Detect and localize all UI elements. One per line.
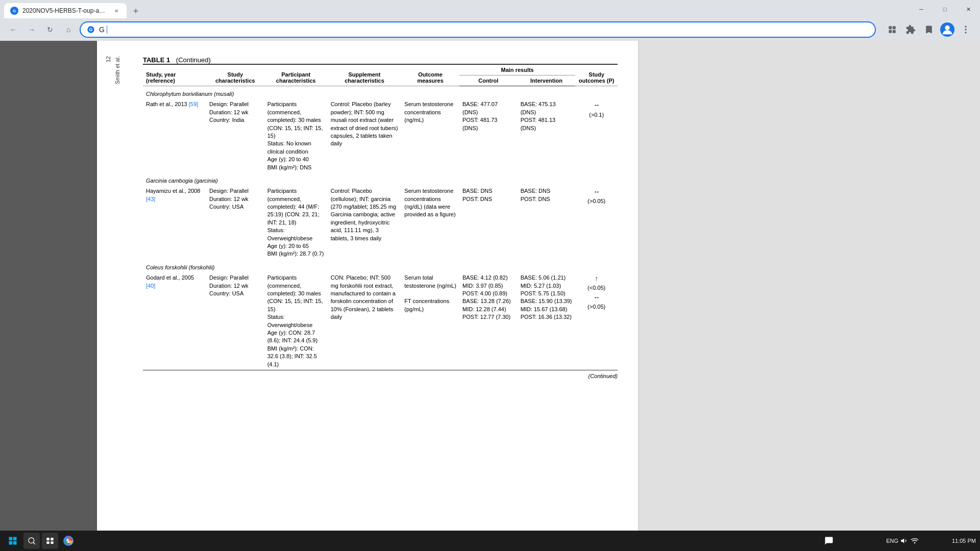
notification-icon[interactable]	[821, 533, 837, 549]
section-label-garcinia: Garcinia cambogia (garcinia)	[143, 173, 618, 186]
godard-row: Godard et al., 2005 [40] Design: Paralle…	[143, 272, 618, 370]
menu-icon[interactable]	[958, 21, 974, 38]
section-label-coleus: Coleus forskohlii (forskohlii)	[143, 260, 618, 272]
chrome-taskbar-icon[interactable]	[60, 533, 77, 549]
keyboard-lang: ENG	[886, 538, 898, 544]
svg-rect-15	[9, 541, 13, 545]
hayamizu-study-char: Design: ParallelDuration: 12 wkCountry: …	[206, 186, 264, 260]
hayamizu-outcome: Serum testosterone concentrations (ng/dL…	[401, 186, 459, 260]
hayamizu-participant-char: Participants (commenced, completed): 44 …	[264, 186, 328, 260]
section-header-coleus: Coleus forskohlii (forskohlii)	[143, 260, 618, 272]
svg-rect-20	[51, 538, 53, 540]
svg-rect-22	[51, 541, 53, 544]
table-title-section: TABLE 1 (Continued)	[143, 56, 618, 64]
start-button[interactable]	[4, 534, 21, 547]
wifi-icon	[911, 537, 919, 545]
google-icon: G	[87, 26, 95, 34]
forward-button[interactable]: →	[24, 22, 39, 37]
col-header-supplement-char: Supplementcharacteristics	[328, 64, 402, 86]
search-taskbar-icon	[28, 537, 36, 545]
account-icon[interactable]	[939, 21, 955, 38]
search-taskbar-button[interactable]	[23, 533, 40, 549]
hayamizu-supplement-char: Control: Placebo (cellulose); INT: garci…	[328, 186, 402, 260]
godard-study-year: Godard et al., 2005 [40]	[143, 272, 206, 370]
godard-control: BASE: 4.12 (0.82)MID: 3.97 (0.85)POST: 4…	[459, 272, 518, 370]
close-button[interactable]: ✕	[957, 0, 980, 18]
rath-study-char: Design: ParallelDuration: 12 wkCountry: …	[206, 99, 264, 173]
godard-participant-char: Participants (commenced, completed): 30 …	[264, 272, 328, 370]
active-tab[interactable]: G 2020NOV5-HERBS-T-oup-accep ✕	[4, 3, 127, 18]
svg-rect-6	[889, 30, 892, 33]
window-controls: ─ □ ✕	[910, 0, 980, 18]
address-cursor	[107, 26, 107, 34]
svg-point-9	[945, 26, 949, 30]
godard-ref-link[interactable]: [40]	[146, 283, 155, 289]
rath-outcome: Serum testosterone concentrations (ng/mL…	[401, 99, 459, 173]
svg-rect-5	[893, 26, 896, 29]
col-header-outcome-measures: Outcome measures	[401, 64, 459, 86]
extensions-icon[interactable]	[884, 21, 900, 38]
col-header-main-results: Main results	[459, 64, 575, 76]
rath-outcomes-p: ↔(>0.1)	[575, 99, 618, 173]
rath-participant-char: Participants (commenced, completed): 30 …	[264, 99, 328, 173]
tab-bar: G 2020NOV5-HERBS-T-oup-accep ✕ +	[4, 0, 143, 18]
godard-study-char: Design: ParallelDuration: 12 wkCountry: …	[206, 272, 264, 370]
address-value: G	[99, 26, 105, 34]
hayamizu-control: BASE: DNSPOST: DNS	[459, 186, 518, 260]
svg-rect-7	[893, 30, 896, 33]
maximize-button[interactable]: □	[933, 0, 957, 18]
puzzle-icon[interactable]	[902, 21, 919, 38]
home-button[interactable]: ⌂	[61, 22, 76, 37]
address-bar[interactable]: G G	[80, 21, 876, 38]
svg-rect-4	[889, 26, 892, 29]
rath-ref-link[interactable]: [59]	[189, 101, 198, 107]
svg-point-26	[914, 542, 916, 544]
time: 11:05 PM	[952, 538, 976, 544]
svg-text:G: G	[89, 27, 92, 32]
bookmark-icon[interactable]	[921, 21, 937, 38]
minimize-button[interactable]: ─	[910, 0, 933, 18]
task-view-icon	[46, 537, 54, 545]
refresh-button[interactable]: ↻	[43, 22, 57, 37]
svg-rect-14	[13, 537, 17, 541]
section-label-chlorophytum: Chlorophytum borivilianum (musali)	[143, 86, 618, 99]
chrome-icon	[62, 535, 75, 547]
address-text: G	[99, 26, 869, 34]
hayamizu-intervention: BASE: DNSPOST: DNS	[518, 186, 576, 260]
back-button[interactable]: ←	[6, 22, 20, 37]
col-header-study-char: Studycharacteristics	[206, 64, 264, 86]
section-header-chlorophytum: Chlorophytum borivilianum (musali)	[143, 86, 618, 99]
col-header-participant-char: Participantcharacteristics	[264, 64, 328, 86]
rath-control: BASE: 477.07 (DNS)POST: 481.73 (DNS)	[459, 99, 518, 173]
volume-icon	[900, 537, 909, 545]
col-header-intervention: Intervention	[518, 76, 576, 86]
rath-study-year: Rath et al., 2013 [59]	[143, 99, 206, 173]
svg-rect-21	[46, 541, 49, 544]
main-table: Study, year (reference) Studycharacteris…	[143, 64, 618, 371]
nav-bar: ← → ↻ ⌂ G G	[0, 18, 980, 41]
tab-favicon: G	[10, 7, 18, 15]
svg-point-10	[965, 26, 966, 28]
toolbar-icons	[884, 21, 974, 38]
new-tab-button[interactable]: +	[129, 4, 143, 18]
left-sidebar	[0, 41, 97, 551]
col-header-study-outcomes: Studyoutcomes (P)	[575, 64, 618, 86]
table-continued-label: (Continued)	[176, 56, 211, 64]
clock: 11:05 PM	[952, 538, 976, 544]
section-header-garcinia: Garcinia cambogia (garcinia)	[143, 173, 618, 186]
hayamizu-row: Hayamizu et al., 2008 [43] Design: Paral…	[143, 186, 618, 260]
browser-window: G 2020NOV5-HERBS-T-oup-accep ✕ + ─ □ ✕ ←…	[0, 0, 980, 551]
document-container: 12 Smith et al. TABLE 1 (Continued) Stud…	[97, 41, 638, 551]
tab-close-button[interactable]: ✕	[112, 7, 120, 15]
task-view-button[interactable]	[42, 533, 58, 549]
godard-supplement-char: CON: Placebo; INT: 500 mg forskohlii roo…	[328, 272, 402, 370]
hayamizu-study-year: Hayamizu et al., 2008 [43]	[143, 186, 206, 260]
tab-title: 2020NOV5-HERBS-T-oup-accep	[22, 7, 108, 14]
rath-supplement-char: Control: Placebo (barley powder); INT: 5…	[328, 99, 402, 173]
author-name: Smith et al.	[114, 56, 120, 84]
godard-intervention: BASE: 5.06 (1.21)MID: 5.27 (1.03)POST: 5…	[518, 272, 576, 370]
hayamizu-ref-link[interactable]: [43]	[146, 196, 155, 202]
col-header-study-year: Study, year (reference)	[143, 64, 206, 86]
svg-marker-25	[901, 538, 904, 543]
svg-point-12	[965, 32, 966, 33]
